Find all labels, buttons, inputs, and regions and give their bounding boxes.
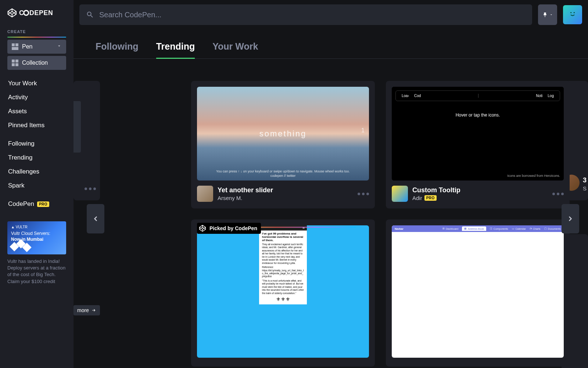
search-icon	[86, 11, 94, 19]
svg-text:DEPEN: DEPEN	[29, 9, 53, 17]
search-input[interactable]	[99, 11, 526, 19]
card-menu-button[interactable]	[358, 193, 369, 195]
card-author[interactable]: Arseny M.	[218, 195, 353, 201]
nav-trending[interactable]: Trending	[8, 151, 65, 165]
sidebar: C DEPEN CREATE Pen Collection Your Work …	[0, 0, 74, 368]
svg-point-4	[574, 12, 575, 13]
pen-card-tooltip[interactable]: Loa‹ Cod Noti Log Hover or tap the icons…	[386, 81, 570, 208]
pin-button[interactable]	[538, 4, 557, 25]
promo-area: ▲ VULTR Vultr Cloud Servers: Now in Mumb…	[0, 215, 74, 291]
preview-credit: Icons are borrowed from HeroIcons.	[507, 174, 560, 178]
nav-activity[interactable]: Activity	[8, 90, 65, 104]
promo-brand: ▲ VULTR	[11, 225, 28, 229]
avatar-face-icon	[568, 9, 577, 21]
card-title[interactable]: Yet another slider	[218, 186, 353, 194]
chevron-down-icon	[549, 13, 553, 17]
nav-primary: Your Work Activity Assets Pinned Items	[0, 72, 74, 137]
create-buttons: Pen Collection	[0, 40, 74, 72]
pen-label: Pen	[22, 43, 32, 50]
author-avatar[interactable]	[197, 186, 213, 202]
carousel-next-button[interactable]	[562, 204, 579, 233]
collection-icon	[12, 60, 18, 66]
card-author[interactable]: Adir PRO	[412, 195, 548, 201]
collection-label: Collection	[22, 60, 48, 66]
nav-your-work[interactable]: Your Work	[8, 76, 65, 90]
partial-preview	[74, 101, 81, 153]
create-section-label: CREATE	[0, 24, 74, 37]
create-pen-button[interactable]: Pen	[7, 40, 66, 54]
pro-badge: PRO	[37, 201, 49, 207]
tab-trending[interactable]: Trending	[156, 41, 195, 58]
tabs: Following Trending Your Work	[74, 29, 588, 59]
promo-text[interactable]: Vultr has landed in India! Deploy server…	[7, 258, 66, 285]
promo-graphic	[11, 240, 29, 251]
codepen-pro-label: CodePen	[8, 200, 34, 208]
author-avatar[interactable]	[392, 186, 408, 202]
hamburger-icon: ☰	[259, 225, 307, 231]
user-avatar[interactable]	[563, 5, 582, 24]
card-menu-button[interactable]	[85, 187, 96, 190]
preview-main-text: Hover or tap the icons.	[392, 112, 564, 118]
more-button[interactable]: more	[74, 305, 100, 315]
carousel-prev-button[interactable]	[87, 204, 104, 233]
picked-badge: Picked by CodePen	[197, 223, 261, 234]
logo[interactable]: C DEPEN	[0, 0, 74, 24]
preview-indicator: 1	[361, 127, 365, 134]
tab-your-work[interactable]: Your Work	[212, 41, 258, 58]
pro-badge: PRO	[424, 195, 437, 201]
topbar	[74, 0, 588, 29]
card-author-fragment: S	[583, 185, 587, 192]
nav-assets[interactable]: Assets	[8, 104, 65, 118]
pen-preview: Navbar ⊞Dashboard ▦Address Book ◫Compone…	[392, 225, 564, 358]
card-footer: Yet another slider Arseny M.	[191, 181, 375, 208]
nav-spark[interactable]: Spark	[8, 179, 65, 193]
partial-card-left[interactable]	[74, 81, 100, 200]
pen-icon	[12, 43, 18, 50]
pen-preview: ☰ I've got 99 problems and horizontal ov…	[197, 225, 369, 358]
nav-codepen-pro[interactable]: CodePen PRO	[0, 197, 74, 215]
codepen-logo-icon: C DEPEN	[7, 7, 66, 18]
pin-icon	[542, 11, 548, 18]
create-collection-button[interactable]: Collection	[7, 56, 66, 70]
arrow-right-icon	[91, 308, 96, 313]
svg-point-3	[570, 12, 571, 13]
card-title[interactable]: Custom Tooltip	[412, 186, 548, 194]
nav-following[interactable]: Following	[8, 137, 65, 151]
pen-preview: Loa‹ Cod Noti Log Hover or tap the icons…	[392, 87, 564, 181]
pen-card-problems[interactable]: ☰ I've got 99 problems and horizontal ov…	[191, 219, 375, 367]
nav-secondary: Following Trending Challenges Spark	[0, 137, 74, 197]
pen-card-navbar[interactable]: Navbar ⊞Dashboard ▦Address Book ◫Compone…	[386, 219, 570, 367]
rainbow-divider	[7, 37, 66, 37]
preview-center-text: something	[259, 129, 307, 139]
codepen-icon	[198, 224, 207, 232]
ornament-icon: ⚜︎⚜︎⚜︎	[262, 296, 304, 302]
svg-point-1	[24, 11, 29, 15]
chevron-down-icon	[57, 43, 62, 50]
promo-image[interactable]: ▲ VULTR Vultr Cloud Servers: Now in Mumb…	[7, 221, 66, 254]
nav-pinned-items[interactable]: Pinned Items	[8, 118, 65, 132]
content-area: more 3 S something 1	[74, 59, 588, 368]
chevron-right-icon	[567, 215, 574, 222]
card-footer: Custom Tooltip Adir PRO	[386, 181, 570, 208]
nav-challenges[interactable]: Challenges	[8, 165, 65, 179]
pen-preview: something 1 You can press ↑ ↓ on your ke…	[197, 87, 369, 181]
main: Following Trending Your Work more 3 S	[74, 0, 588, 368]
preview-navbar: Navbar ⊞Dashboard ▦Address Book ◫Compone…	[392, 225, 564, 232]
preview-caption: You can press ↑ ↓ on your keyboard or sw…	[216, 169, 349, 173]
pen-card-slider[interactable]: something 1 You can press ↑ ↓ on your ke…	[191, 81, 375, 208]
search-bar[interactable]	[79, 4, 532, 25]
picked-label: Picked by CodePen	[209, 225, 257, 231]
chevron-left-icon	[92, 215, 99, 222]
card-menu-button[interactable]	[552, 193, 564, 195]
card-title-fragment: 3	[583, 176, 587, 184]
preview-nav: Loa‹ Cod Noti Log	[395, 90, 560, 101]
preview-links: codepen // twitter	[270, 174, 296, 178]
tab-following[interactable]: Following	[96, 41, 139, 58]
